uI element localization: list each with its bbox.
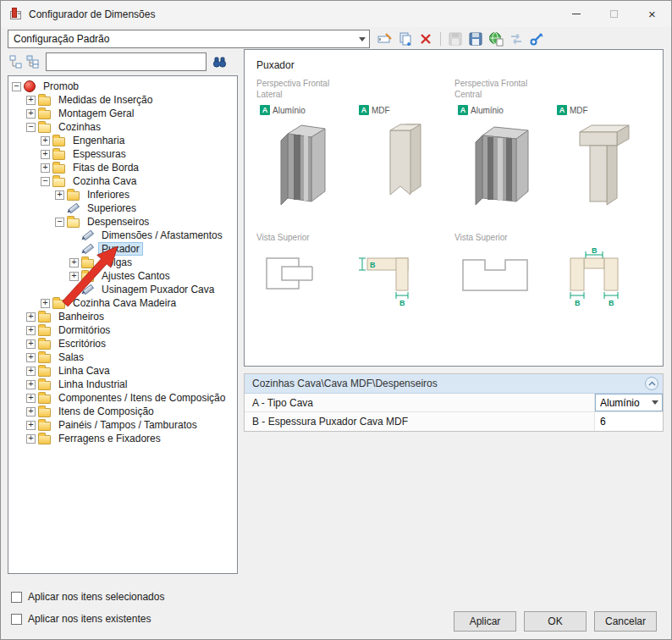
tree-item-espessuras[interactable]: +Espessuras: [8, 147, 237, 161]
preview-cell-mdf-central: A MDF: [554, 100, 653, 218]
close-button[interactable]: ×: [633, 1, 671, 26]
apply-selected-label: Aplicar nos itens selecionados: [28, 591, 164, 603]
collapse-minus-icon[interactable]: −: [12, 82, 21, 91]
expand-plus-icon[interactable]: +: [26, 353, 36, 362]
expand-plus-icon[interactable]: +: [26, 109, 36, 119]
collapse-minus-icon[interactable]: −: [55, 218, 64, 227]
tree-item-fitas-de-borda[interactable]: +Fitas de Borda: [8, 161, 237, 174]
tree-item-folgas[interactable]: +Folgas: [8, 256, 237, 269]
tree-item-ferragens-e-fixadores[interactable]: +Ferragens e Fixadores: [8, 432, 237, 445]
expand-plus-icon[interactable]: +: [26, 312, 36, 322]
collapse-minus-icon[interactable]: −: [41, 177, 50, 186]
tree-item-label: Espessuras: [69, 147, 129, 161]
delete-config-icon[interactable]: [416, 30, 435, 48]
tree-item-ajustes-cantos[interactable]: +Ajustes Cantos: [8, 269, 237, 283]
expand-plus-icon[interactable]: +: [26, 326, 36, 335]
tipo-cava-dropdown[interactable]: Alumínio: [595, 394, 663, 411]
tree-item-label: Ferragens e Fixadores: [55, 432, 164, 445]
minimize-icon: [572, 14, 581, 14]
expand-plus-icon[interactable]: +: [26, 367, 36, 376]
tree-item-itens-de-composicao[interactable]: +Itens de Composição: [8, 405, 237, 418]
expand-plus-icon[interactable]: +: [26, 339, 36, 349]
expand-plus-icon[interactable]: +: [26, 421, 36, 430]
espessura-value-field[interactable]: 6: [595, 412, 663, 431]
tree-item-paineis-tampos-tamburatos[interactable]: +Painéis / Tampos / Tamburatos: [8, 418, 237, 432]
tree-item-inferiores[interactable]: +Inferiores: [8, 188, 237, 201]
web-update-icon[interactable]: [487, 30, 505, 48]
tree-item-superiores[interactable]: Superiores: [8, 201, 237, 215]
search-binoculars-icon[interactable]: [211, 53, 228, 70]
preview-group-lateral: Perspectiva Frontal Lateral A Alumínio: [256, 78, 454, 307]
apply-selected-checkbox[interactable]: [11, 592, 22, 603]
expand-plus-icon[interactable]: +: [55, 190, 64, 200]
tools-icon[interactable]: [527, 30, 546, 48]
tree-item-banheiros[interactable]: +Banheiros: [8, 310, 237, 323]
top-view-aluminum-lateral: [256, 246, 355, 307]
expand-plus-icon[interactable]: +: [41, 150, 50, 159]
tree-item-label: Puxador: [98, 242, 143, 256]
dimension-a-badge: A: [458, 105, 468, 115]
combo-dropdown-arrow[interactable]: [355, 30, 369, 47]
expand-plus-icon[interactable]: +: [26, 96, 36, 105]
tree-item-engenharia[interactable]: +Engenharia: [8, 134, 237, 147]
save-as-icon[interactable]: [466, 30, 485, 48]
tree-item-usinagem-puxador-cava[interactable]: Usinagem Puxador Cava: [8, 283, 237, 296]
expand-plus-icon[interactable]: +: [26, 394, 36, 403]
dim-icon: [81, 243, 94, 255]
tree-item-linha-industrial[interactable]: +Linha Industrial: [8, 378, 237, 391]
tree-item-label: Promob: [40, 80, 82, 93]
tree-item-cozinha-cava-madeira[interactable]: +Cozinha Cava Madeira: [8, 296, 237, 310]
tree-item-dimensoes-afastamentos[interactable]: Dimensões / Afastamentos: [8, 229, 237, 242]
chevron-up-icon: [648, 381, 656, 386]
folder-open-icon: [67, 218, 80, 228]
configuration-combo[interactable]: Configuração Padrão: [8, 30, 370, 48]
svg-text:B: B: [575, 299, 581, 307]
tree-item-despenseiros[interactable]: −Despenseiros: [8, 215, 237, 229]
minimize-button[interactable]: [557, 1, 595, 26]
top-view-label: Vista Superior: [256, 232, 454, 243]
svg-text:B: B: [370, 261, 376, 269]
tree-item-escritorios[interactable]: +Escritórios: [8, 337, 237, 350]
preview-cell-aluminio-central: A Alumínio: [454, 100, 554, 218]
expand-plus-icon[interactable]: +: [41, 299, 50, 308]
tree-item-promob[interactable]: −Promob: [8, 80, 237, 93]
tree-item-cozinha-cava[interactable]: −Cozinha Cava: [8, 174, 237, 188]
expand-plus-icon[interactable]: +: [41, 163, 50, 173]
property-grid: Cozinhas Cava\Cava MDF\Despenseiros A - …: [244, 373, 664, 432]
apply-button[interactable]: Aplicar: [454, 611, 516, 632]
expand-plus-icon[interactable]: +: [26, 434, 36, 444]
tree-item-medidas-de-insercao[interactable]: +Medidas de Inserção: [8, 93, 237, 107]
expand-plus-icon[interactable]: +: [26, 380, 36, 389]
search-input[interactable]: [46, 52, 207, 71]
dimension-a-badge: A: [260, 105, 270, 115]
apply-existing-checkbox[interactable]: [11, 614, 22, 625]
material-label: MDF: [570, 106, 588, 115]
tree-item-linha-cava[interactable]: +Linha Cava: [8, 364, 237, 378]
rename-config-icon[interactable]: [376, 30, 394, 48]
tree-item-label: Superiores: [84, 201, 140, 215]
top-view-mdf-lateral: B B: [355, 246, 454, 307]
collapse-properties-button[interactable]: [645, 377, 658, 390]
expand-plus-icon[interactable]: +: [69, 272, 79, 281]
cancel-button[interactable]: Cancelar: [594, 611, 657, 632]
expand-plus-icon[interactable]: +: [41, 136, 50, 146]
tree-item-montagem-geral[interactable]: +Montagem Geral: [8, 107, 237, 120]
tree-item-label: Fitas de Borda: [69, 161, 142, 174]
preview-panel: Puxador Perspectiva Frontal Lateral A Al…: [244, 49, 664, 367]
expand-all-icon[interactable]: [8, 53, 25, 70]
tree-item-componentes-itens-de-composicao[interactable]: +Componentes / Itens de Composição: [8, 391, 237, 405]
collapse-all-icon[interactable]: [25, 53, 41, 70]
tree-item-salas[interactable]: +Salas: [8, 350, 237, 364]
tree-item-dormitorios[interactable]: +Dormitórios: [8, 323, 237, 337]
collapse-minus-icon[interactable]: −: [26, 123, 36, 132]
copy-config-icon[interactable]: [396, 30, 415, 48]
tree-item-puxador[interactable]: Puxador: [8, 242, 237, 256]
ok-button[interactable]: OK: [524, 611, 587, 632]
folder-open-icon: [52, 178, 65, 187]
expand-plus-icon[interactable]: +: [26, 407, 36, 417]
app-icon: [8, 7, 23, 21]
tree-item-cozinhas[interactable]: −Cozinhas: [8, 120, 237, 134]
preview-groups: Perspectiva Frontal Lateral A Alumínio: [256, 78, 651, 307]
expand-plus-icon[interactable]: +: [69, 258, 79, 268]
dropdown-arrow-icon[interactable]: [647, 394, 662, 411]
